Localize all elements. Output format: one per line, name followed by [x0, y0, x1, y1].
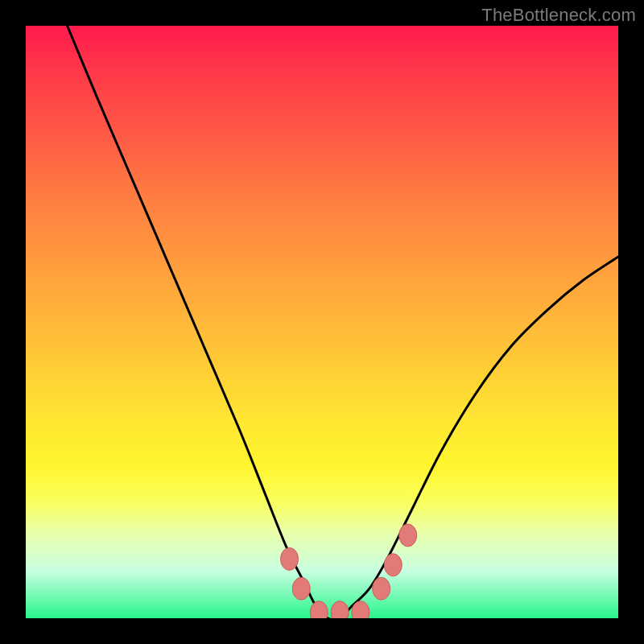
attribution-label: TheBottleneck.com [481, 5, 636, 26]
bottleneck-curve [26, 26, 618, 618]
chart-frame: TheBottleneck.com [0, 0, 644, 644]
curve-marker [331, 601, 349, 618]
curve-marker [373, 577, 390, 600]
curve-marker [310, 601, 328, 618]
curve-marker [384, 554, 402, 576]
curve-marker [281, 547, 299, 570]
curve-marker [399, 524, 417, 547]
curve-marker [292, 577, 310, 600]
plot-area [26, 26, 618, 618]
